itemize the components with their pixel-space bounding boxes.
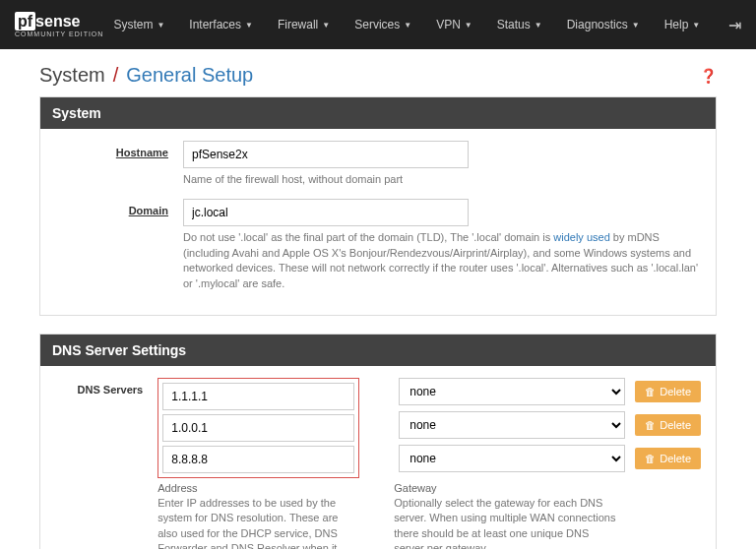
trash-icon: 🗑 [645, 453, 656, 464]
dns-settings-panel: DNS Server Settings DNS Servers none [39, 334, 717, 549]
hostname-help: Name of the firewall host, without domai… [183, 172, 701, 187]
system-panel: System Hostname Name of the firewall hos… [39, 96, 717, 316]
dns-inputs-highlight [158, 378, 359, 478]
gateway-col-title: Gateway [394, 482, 620, 494]
address-col-title: Address [158, 482, 354, 494]
dns-delete-button-0[interactable]: 🗑Delete [635, 381, 701, 402]
dns-gateway-select-1[interactable]: none [399, 411, 625, 439]
domain-label: Domain [55, 199, 183, 291]
dns-server-input-2[interactable] [162, 446, 354, 473]
chevron-down-icon: ▼ [157, 21, 164, 30]
nav-menu: System▼ Interfaces▼ Firewall▼ Services▼ … [103, 10, 728, 39]
address-col-help: Enter IP addresses to be used by the sys… [158, 496, 354, 549]
help-icon[interactable]: ❓ [700, 68, 717, 84]
dns-gateway-select-0[interactable]: none [399, 378, 625, 405]
nav-system[interactable]: System▼ [103, 10, 174, 39]
dns-gateway-select-2[interactable]: none [399, 445, 625, 472]
dns-server-input-1[interactable] [162, 414, 354, 442]
chevron-down-icon: ▼ [322, 21, 330, 30]
breadcrumb-separator: / [113, 64, 119, 87]
widely-used-link[interactable]: widely used [553, 231, 609, 243]
breadcrumb-root[interactable]: System [39, 64, 105, 87]
dns-panel-heading: DNS Server Settings [40, 335, 716, 366]
domain-input[interactable] [183, 199, 469, 226]
hostname-input[interactable] [183, 141, 469, 168]
hostname-label: Hostname [55, 141, 183, 187]
chevron-down-icon: ▼ [465, 21, 472, 30]
nav-interfaces[interactable]: Interfaces▼ [179, 10, 263, 39]
nav-status[interactable]: Status▼ [487, 10, 552, 39]
chevron-down-icon: ▼ [632, 21, 640, 30]
gateway-col-help: Optionally select the gateway for each D… [394, 496, 620, 549]
nav-vpn[interactable]: VPN▼ [426, 10, 482, 39]
nav-diagnostics[interactable]: Diagnostics▼ [557, 10, 650, 39]
page-title: General Setup [126, 64, 253, 87]
chevron-down-icon: ▼ [535, 21, 542, 30]
nav-help[interactable]: Help▼ [655, 10, 711, 39]
top-navbar: pfpfsensesense COMMUNITY EDITION System▼… [0, 0, 756, 49]
trash-icon: 🗑 [645, 419, 656, 431]
brand-logo: pfpfsensesense COMMUNITY EDITION [15, 13, 103, 37]
logout-icon[interactable]: ⇥ [728, 16, 741, 34]
dns-servers-label: DNS Servers [55, 378, 158, 549]
breadcrumb: System / General Setup ❓ [39, 64, 717, 87]
domain-help: Do not use '.local' as the final part of… [183, 230, 701, 291]
chevron-down-icon: ▼ [692, 21, 700, 30]
system-panel-heading: System [40, 97, 716, 129]
dns-server-input-0[interactable] [162, 383, 354, 410]
chevron-down-icon: ▼ [404, 21, 411, 30]
nav-firewall[interactable]: Firewall▼ [268, 10, 340, 39]
nav-services[interactable]: Services▼ [345, 10, 421, 39]
trash-icon: 🗑 [645, 386, 656, 397]
chevron-down-icon: ▼ [245, 21, 253, 30]
dns-delete-button-2[interactable]: 🗑Delete [635, 448, 701, 469]
dns-delete-button-1[interactable]: 🗑Delete [635, 414, 701, 436]
